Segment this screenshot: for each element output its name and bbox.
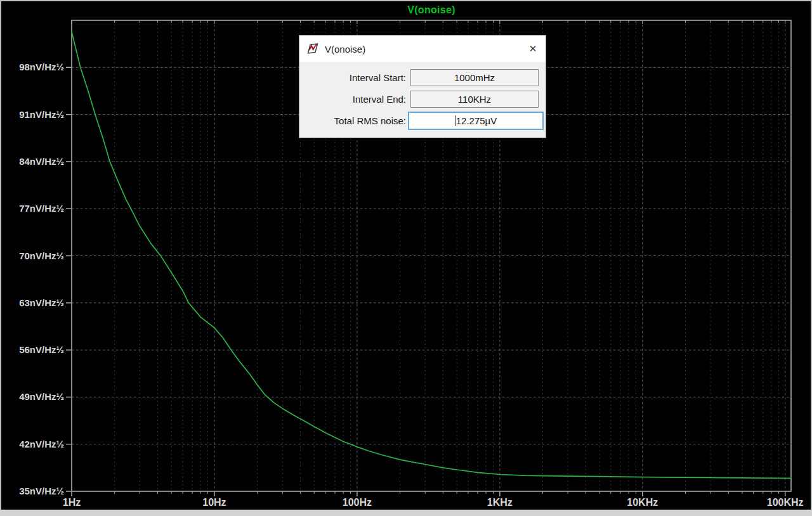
svg-text:100Hz: 100Hz bbox=[343, 497, 372, 508]
svg-text:77nV/Hz½: 77nV/Hz½ bbox=[19, 203, 64, 214]
total-rms-noise-row: Total RMS noise: 12.275µV bbox=[299, 112, 546, 129]
interval-start-label: Interval Start: bbox=[299, 72, 406, 83]
interval-start-field[interactable]: 1000mHz bbox=[410, 69, 539, 86]
status-bar bbox=[0, 510, 812, 516]
dialog-body: Interval Start: 1000mHz Interval End: 11… bbox=[299, 62, 546, 129]
dialog-titlebar[interactable]: V(onoise) ✕ bbox=[299, 35, 546, 62]
svg-text:42nV/Hz½: 42nV/Hz½ bbox=[19, 439, 64, 449]
ltspice-icon bbox=[306, 42, 320, 56]
svg-text:10Hz: 10Hz bbox=[202, 497, 226, 508]
close-icon[interactable]: ✕ bbox=[520, 35, 546, 62]
interval-end-value: 110KHz bbox=[458, 94, 491, 105]
svg-text:100KHz: 100KHz bbox=[767, 497, 804, 508]
svg-text:1Hz: 1Hz bbox=[63, 497, 81, 508]
svg-text:10KHz: 10KHz bbox=[627, 497, 658, 508]
waveform-window: V(onoise) 1Hz10Hz100Hz1KHz10KHz100KHz35n… bbox=[0, 0, 812, 516]
interval-start-value: 1000mHz bbox=[454, 72, 495, 83]
svg-text:56nV/Hz½: 56nV/Hz½ bbox=[19, 344, 64, 355]
interval-end-field[interactable]: 110KHz bbox=[410, 91, 539, 108]
interval-start-row: Interval Start: 1000mHz bbox=[299, 69, 546, 86]
interval-end-row: Interval End: 110KHz bbox=[299, 91, 546, 108]
svg-text:70nV/Hz½: 70nV/Hz½ bbox=[19, 250, 64, 261]
svg-text:91nV/Hz½: 91nV/Hz½ bbox=[19, 109, 64, 120]
svg-text:98nV/Hz½: 98nV/Hz½ bbox=[19, 61, 64, 72]
total-rms-noise-value: 12.275µV bbox=[456, 115, 497, 126]
svg-text:49nV/Hz½: 49nV/Hz½ bbox=[19, 391, 64, 402]
interval-end-label: Interval End: bbox=[299, 94, 406, 105]
measurement-dialog: V(onoise) ✕ Interval Start: 1000mHz Inte… bbox=[299, 35, 546, 138]
svg-text:1KHz: 1KHz bbox=[487, 497, 513, 508]
svg-text:35nV/Hz½: 35nV/Hz½ bbox=[19, 486, 64, 496]
text-caret bbox=[455, 115, 455, 126]
total-rms-noise-field[interactable]: 12.275µV bbox=[408, 112, 544, 130]
svg-text:84nV/Hz½: 84nV/Hz½ bbox=[19, 156, 64, 167]
total-rms-noise-label: Total RMS noise: bbox=[299, 115, 406, 126]
svg-text:63nV/Hz½: 63nV/Hz½ bbox=[19, 297, 64, 308]
dialog-title: V(onoise) bbox=[325, 44, 520, 55]
